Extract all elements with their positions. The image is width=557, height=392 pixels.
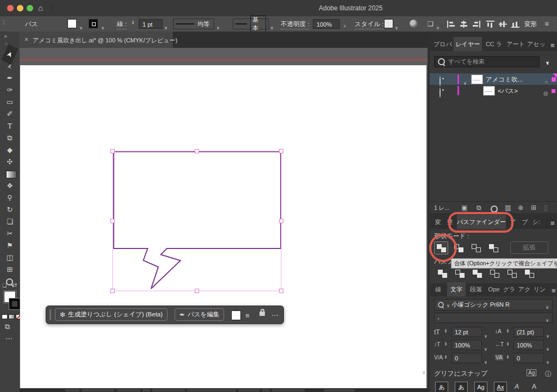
arrange-chevron-icon[interactable] [436,22,440,32]
font-style-dropdown[interactable]: - [434,313,553,323]
divide-button[interactable] [435,267,449,280]
rectangle-tool[interactable]: ▭ [1,97,18,108]
home-icon[interactable]: ⌂ [38,3,43,13]
width-profile-dropdown[interactable]: 均等 [173,18,214,29]
outline-button[interactable] [505,267,519,280]
curvature-tool[interactable]: ✑ [1,85,18,96]
release-mask-icon[interactable]: ⧉ [476,204,481,211]
handle-top-left[interactable] [111,150,115,153]
kerning-stepper[interactable] [445,354,447,359]
info-icon[interactable] [545,369,552,379]
tracking-chevron-icon[interactable] [546,356,549,366]
taskbar-grip-handle[interactable] [49,309,51,320]
layer-thumbnail[interactable] [483,86,495,96]
color-mode-chip[interactable] [2,314,8,319]
default-swatches-icon[interactable]: ❑ [2,283,7,288]
new-layer-icon[interactable]: ⊞ [531,204,536,211]
eraser-tool[interactable]: ◆ [1,145,18,155]
tab-links[interactable]: リン [533,282,546,296]
kerning-field[interactable]: 0 [451,353,482,363]
taskbar-menu-icon[interactable] [245,310,250,320]
shaper-tool[interactable]: ✣ [1,157,18,167]
trim-button[interactable] [453,267,467,280]
intersect-button[interactable] [469,241,483,254]
handle-top-right[interactable] [280,150,283,153]
artboard-tool[interactable]: ❏ [1,216,18,227]
free-transform-tool[interactable]: ⧉ [1,133,18,144]
eyedropper-tool[interactable]: ⚲ [1,192,18,203]
minimize-window-button[interactable] [17,5,23,11]
stroke-width-field[interactable]: 1 pt [139,19,163,29]
close-window-button[interactable] [7,5,14,11]
mesh-tool[interactable]: ⊞ [1,264,18,275]
align-top-icon[interactable] [486,20,494,30]
stroke-width-label[interactable]: 線 : [117,20,127,29]
shape-builder-tool[interactable]: ◫ [1,252,18,263]
stroke-width-stepper[interactable] [132,20,134,24]
path-object-name[interactable]: <パス> [498,87,518,95]
tab-layers[interactable]: レイヤー [454,37,482,51]
pathfinder-panel-menu-icon[interactable] [550,218,555,228]
align-left-icon[interactable] [447,20,455,30]
kerning-chevron-icon[interactable] [484,356,487,366]
tab-stroke[interactable]: 線 [433,282,444,296]
vertical-scale-stepper[interactable] [445,341,447,346]
tab-symbols[interactable]: シ: [531,215,542,229]
leading-field[interactable]: (21 pt) [513,327,544,337]
target-circle-icon[interactable] [543,88,548,97]
tab-brushes[interactable]: ブ [520,215,530,229]
generative-fill-button[interactable]: ❇生成塗りつぶし (シェイプ) (Beta) [55,308,168,321]
tab-close-icon[interactable]: × [24,36,28,43]
zoom-window-button[interactable] [27,5,33,11]
lock-icon[interactable] [259,312,265,316]
handle-bottom-left[interactable] [111,289,115,293]
snap-ag-icon[interactable]: Ag [527,369,536,376]
tab-paragraph[interactable]: 段落 [468,282,484,296]
taskbar-fill-swatch[interactable] [231,310,241,320]
layer-row-1[interactable]: アメコミ吹... [430,73,557,85]
align-center-horizontal-icon[interactable] [460,20,468,30]
font-size-field[interactable]: 12 pt [451,327,482,337]
snap-em-box-button[interactable]: あ [435,382,448,392]
rotate-view-tool[interactable]: ↻ [1,204,18,215]
pen-tool[interactable]: ✒ [1,73,18,84]
tab-properties[interactable]: プロパ [432,37,453,51]
layers-search-input[interactable]: すべてを検索 [434,56,540,67]
style-label[interactable]: スタイル : [355,20,383,29]
opacity-expand-icon[interactable] [344,20,346,30]
document-tab[interactable]: × アメコミ風吹き出し.ai* @ 100 % (CMYK/プレビュー) [20,32,174,48]
handle-top-center[interactable] [195,150,199,153]
handle-middle-left[interactable] [111,219,115,223]
stroke-indicator-swatch[interactable] [9,298,20,309]
brush-dropdown[interactable]: 基本 [233,18,269,29]
paintbrush-tool[interactable]: ✐ [1,109,18,120]
stroke-width-chevron-icon[interactable] [164,22,168,32]
tracking-field[interactable]: 0 [513,353,544,363]
arrange-icon[interactable]: ❏ [428,20,434,28]
selection-indicator[interactable] [552,89,555,93]
layers-panel-menu-icon[interactable] [550,40,555,50]
expand-panel-icon[interactable]: » [4,33,7,39]
graph-tool[interactable]: ⚑ [1,240,18,251]
width-profile-chevron-icon[interactable] [216,22,220,32]
snap-proportional-button[interactable]: あ [455,382,468,392]
tab-artboards[interactable]: アート [506,37,525,51]
vertical-scale-field[interactable]: 100% [451,340,482,350]
merge-button[interactable] [470,267,484,280]
swap-fill-stroke-icon[interactable]: ⇄ [12,282,17,289]
vertical-scale-chevron-icon[interactable] [484,343,487,353]
snap-anchor-button[interactable]: A [532,383,536,390]
handle-bottom-center[interactable] [195,289,199,293]
visibility-eye-icon[interactable] [440,88,441,98]
gradient-tool[interactable] [1,169,18,179]
font-family-chevron-icon[interactable] [546,303,549,310]
stroke-chevron-icon[interactable] [101,22,104,32]
canvas-area[interactable] [20,48,428,388]
brush-chevron-icon[interactable] [270,22,274,32]
handle-middle-right[interactable] [280,219,283,223]
minus-back-button[interactable] [522,267,536,280]
style-swatch[interactable] [384,19,393,28]
type-tool[interactable]: T [1,121,18,132]
align-right-icon[interactable] [472,20,480,30]
bounding-box-icon[interactable]: ⧈ [545,20,549,27]
